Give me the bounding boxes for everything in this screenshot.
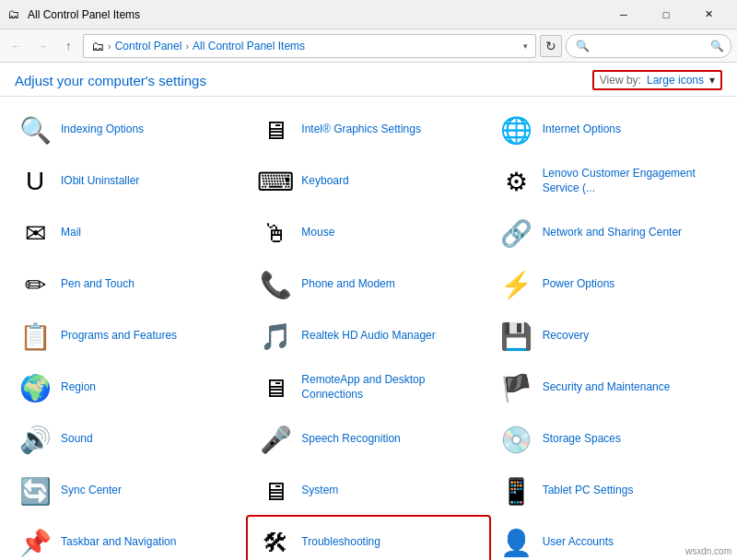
item-label: Recovery	[543, 329, 590, 344]
phone-icon: 📞	[257, 266, 294, 303]
mail-icon: ✉	[17, 215, 53, 251]
items-area: 🔍Indexing Options🖥Intel® Graphics Settin…	[0, 97, 737, 560]
item-label: System	[301, 484, 338, 498]
breadcrumb-sep-2: ›	[185, 41, 189, 52]
sync-icon: 🔄	[17, 472, 53, 509]
item-label: Tablet PC Settings	[543, 484, 634, 498]
control-panel-item[interactable]: 🌍Region	[7, 362, 248, 414]
minimize-button[interactable]: ─	[602, 0, 645, 29]
gear-icon: ⚙	[498, 163, 535, 200]
breadcrumb-sep-1: ›	[108, 41, 111, 52]
sound-icon: 🔊	[17, 421, 53, 458]
control-panel-item[interactable]: 🔗Network and Sharing Center	[489, 207, 730, 259]
mouse-icon: 🖱	[257, 215, 294, 251]
forward-button[interactable]: →	[31, 35, 53, 57]
search-wrapper: 🔍	[566, 34, 731, 58]
control-panel-item[interactable]: 🖥Intel® Graphics Settings	[248, 104, 488, 156]
title-bar: 🗂 All Control Panel Items ─ □ ✕	[0, 0, 737, 29]
power-icon: ⚡	[498, 266, 535, 303]
content-header: Adjust your computer's settings View by:…	[0, 63, 737, 97]
item-label: Sound	[61, 432, 93, 447]
speech-icon: 🎤	[257, 421, 294, 458]
breadcrumb-all-items[interactable]: All Control Panel Items	[193, 40, 305, 52]
control-panel-item[interactable]: 🔄Sync Center	[7, 465, 248, 517]
view-by-arrow-icon: ▾	[709, 74, 715, 87]
trouble-icon: 🛠	[257, 524, 294, 560]
item-label: Mouse	[301, 226, 334, 240]
up-button[interactable]: ↑	[57, 35, 79, 57]
items-grid: 🔍Indexing Options🖥Intel® Graphics Settin…	[0, 104, 737, 560]
item-label: Region	[61, 380, 96, 395]
item-label: Speech Recognition	[301, 432, 400, 447]
network-icon: 🔗	[498, 215, 535, 251]
item-label: Storage Spaces	[543, 432, 621, 447]
title-bar-title: All Control Panel Items	[28, 8, 602, 21]
uninstall-icon: U	[17, 163, 53, 200]
control-panel-item[interactable]: ⌨Keyboard	[248, 156, 488, 207]
address-bar: ← → ↑ 🗂 › Control Panel › All Control Pa…	[0, 29, 737, 63]
item-label: Realtek HD Audio Manager	[301, 329, 435, 344]
tablet-icon: 📱	[498, 472, 535, 509]
refresh-button[interactable]: ↻	[540, 35, 562, 57]
control-panel-item[interactable]: 📌Taskbar and Navigation	[7, 517, 248, 560]
control-panel-item[interactable]: 🖥RemoteApp and Desktop Connections	[248, 362, 488, 414]
control-panel-item[interactable]: 📱Tablet PC Settings	[489, 465, 730, 517]
address-wrapper[interactable]: 🗂 › Control Panel › All Control Panel It…	[83, 34, 536, 58]
item-label: Troubleshooting	[301, 535, 380, 550]
control-panel-item[interactable]: UIObit Uninstaller	[7, 156, 248, 207]
search-input[interactable]	[566, 34, 731, 58]
control-panel-item[interactable]: 🎤Speech Recognition	[248, 414, 488, 465]
item-label: Programs and Features	[61, 329, 177, 344]
breadcrumb-control-panel[interactable]: Control Panel	[115, 40, 182, 52]
view-by-value: Large icons	[647, 74, 704, 87]
item-label: User Accounts	[543, 535, 614, 550]
control-panel-item[interactable]: 🖱Mouse	[248, 207, 488, 259]
user-icon: 👤	[498, 524, 535, 560]
control-panel-item[interactable]: ⚡Power Options	[489, 259, 730, 310]
control-panel-item[interactable]: 🔍Indexing Options	[7, 104, 248, 156]
taskbar-icon: 📌	[17, 524, 53, 560]
close-button[interactable]: ✕	[687, 0, 730, 29]
title-bar-icon: 🗂	[7, 7, 22, 22]
control-panel-item[interactable]: 📞Phone and Modem	[248, 259, 488, 310]
item-label: Intel® Graphics Settings	[301, 122, 421, 137]
content-title: Adjust your computer's settings	[15, 73, 206, 88]
region-icon: 🌍	[17, 369, 53, 406]
item-label: Power Options	[543, 277, 615, 292]
back-button[interactable]: ←	[6, 35, 28, 57]
item-label: Security and Maintenance	[543, 380, 671, 395]
control-panel-item[interactable]: ✉Mail	[7, 207, 248, 259]
item-label: Sync Center	[61, 484, 122, 498]
keyboard-icon: ⌨	[257, 163, 294, 200]
control-panel-item[interactable]: 💾Recovery	[489, 310, 730, 362]
control-panel-item[interactable]: ⚙Lenovo Customer Engagement Service (...	[489, 156, 730, 207]
control-panel-item[interactable]: 🌐Internet Options	[489, 104, 730, 156]
audio-icon: 🎵	[257, 318, 294, 355]
control-panel-item[interactable]: 💿Storage Spaces	[489, 414, 730, 465]
view-by-label: View by:	[600, 74, 641, 87]
maximize-button[interactable]: □	[645, 0, 687, 29]
item-label: Phone and Modem	[301, 277, 394, 292]
watermark: wsxdn.com	[685, 546, 731, 556]
control-panel-item[interactable]: 📋Programs and Features	[7, 310, 248, 362]
view-by-control[interactable]: View by: Large icons ▾	[592, 70, 722, 90]
control-panel-item[interactable]: 🖥System	[248, 465, 488, 517]
monitor-icon: 🖥	[257, 111, 294, 148]
pen-icon: ✏	[17, 266, 53, 303]
item-label: Lenovo Customer Engagement Service (...	[543, 167, 720, 195]
item-label: IObit Uninstaller	[61, 174, 139, 189]
remote-icon: 🖥	[257, 369, 294, 406]
item-label: RemoteApp and Desktop Connections	[301, 373, 479, 402]
item-label: Internet Options	[543, 122, 621, 137]
control-panel-item[interactable]: 🎵Realtek HD Audio Manager	[248, 310, 488, 362]
address-dropdown-icon[interactable]: ▾	[523, 41, 528, 51]
control-panel-item[interactable]: 🏴Security and Maintenance	[489, 362, 730, 414]
storage-icon: 💿	[498, 421, 535, 458]
control-panel-item[interactable]: ✏Pen and Touch	[7, 259, 248, 310]
control-panel-item[interactable]: 🔊Sound	[7, 414, 248, 465]
security-icon: 🏴	[498, 369, 535, 406]
item-label: Network and Sharing Center	[543, 226, 682, 240]
item-label: Pen and Touch	[61, 277, 135, 292]
search-icon: 🔍	[710, 40, 724, 52]
control-panel-item[interactable]: 🛠Troubleshooting	[248, 517, 488, 560]
